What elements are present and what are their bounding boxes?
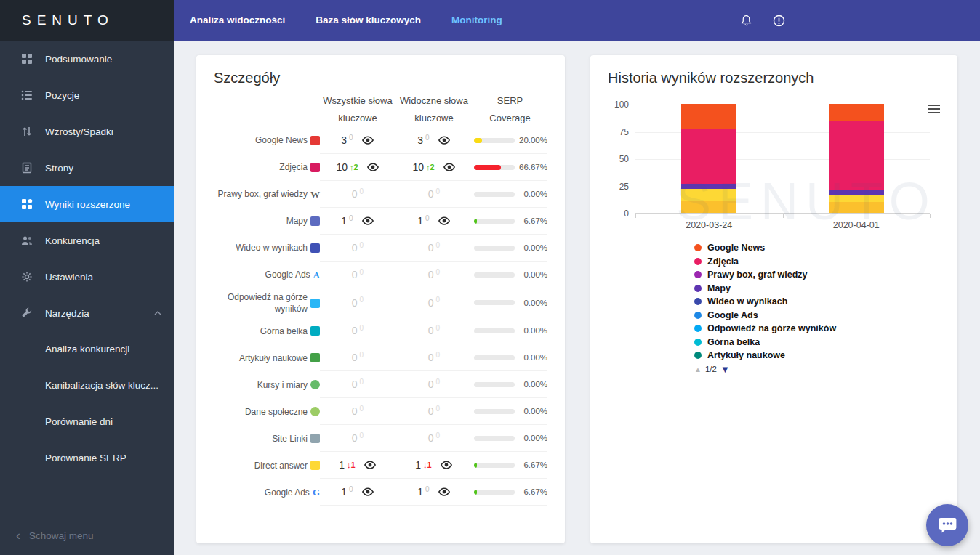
sidebar-item-strony[interactable]: Strony: [0, 150, 174, 186]
column-header-all-keywords: Wszystkie słowa kluczowe: [320, 92, 395, 127]
sidebar-subitem-kanibalizacja-s-w-klucz[interactable]: Kanibalizacja słów klucz...: [0, 368, 174, 404]
sidebar-item-podsumowanie[interactable]: Podsumowanie: [0, 41, 174, 77]
bell-icon[interactable]: [740, 14, 752, 27]
legend-item-zdj-cia[interactable]: Zdjęcia: [694, 255, 940, 269]
keyword-delta: 0: [349, 134, 353, 142]
keyword-delta: 0: [349, 485, 353, 493]
keyword-delta: 0: [425, 485, 430, 493]
cell-visible-keywords: 00: [395, 262, 473, 288]
legend-item-google-ads[interactable]: Google Ads: [694, 309, 940, 323]
chart-menu-icon[interactable]: [928, 105, 940, 113]
sidebar-item-konkurencja[interactable]: Konkurencja: [0, 222, 174, 259]
keyword-count: 0: [428, 405, 434, 417]
chart-bar-2020-03-24[interactable]: [681, 104, 736, 213]
serp-coverage-cell: 0.00%: [473, 425, 547, 452]
cell-all-keywords: 1↓1: [320, 452, 395, 479]
row-label-cell: Wideo w wynikach: [214, 235, 320, 262]
sidebar-item-wyniki-rozszerzone[interactable]: Wyniki rozszerzone: [0, 186, 174, 222]
legend-page-up-icon[interactable]: ▲: [694, 365, 702, 373]
legend-item-prawy-box-graf-wiedzy[interactable]: Prawy box, graf wiedzy: [694, 268, 940, 282]
keyword-count: 1: [339, 459, 345, 471]
collapse-menu-button[interactable]: ‹ Schowaj menu: [0, 516, 174, 555]
eye-icon[interactable]: [366, 163, 379, 171]
coverage-bar: [474, 328, 515, 333]
legend-item-odpowied-na-g-rze-wynik-w[interactable]: Odpowiedź na górze wyników: [694, 322, 940, 336]
logo-container[interactable]: SENUTO: [0, 0, 174, 41]
cell-visible-keywords: 30: [395, 127, 473, 154]
sidebar-subitem-por-wnanie-dni[interactable]: Porównanie dni: [0, 404, 174, 440]
details-table-header: Wszystkie słowa kluczowe Widoczne słowa …: [214, 92, 547, 127]
legend-item-g-rna-belka[interactable]: Górna belka: [694, 336, 940, 349]
coverage-bar: [474, 219, 515, 224]
eye-icon[interactable]: [440, 461, 453, 469]
sidebar-item-pozycje[interactable]: Pozycje: [0, 77, 174, 113]
keyword-delta: 0: [360, 378, 364, 386]
eye-icon[interactable]: [438, 136, 451, 145]
eye-icon[interactable]: [364, 461, 377, 469]
maps-icon: [310, 216, 320, 226]
coverage-percent: 0.00%: [523, 299, 547, 307]
eye-icon[interactable]: [361, 136, 374, 145]
topnav-item-analiza-widoczno-ci[interactable]: Analiza widoczności: [174, 0, 300, 41]
row-label-cell: Zdjęcia: [214, 154, 320, 181]
cell-all-keywords: 00: [320, 398, 395, 425]
sidebar-item-narz-dzia[interactable]: Narzędzia: [0, 295, 174, 331]
legend-item-artyku-y-naukowe[interactable]: Artykuły naukowe: [694, 349, 940, 362]
sidebar-subitem-por-wnanie-serp[interactable]: Porównanie SERP: [0, 440, 174, 477]
eye-icon[interactable]: [361, 216, 374, 225]
eye-icon[interactable]: [361, 487, 374, 496]
chat-widget-button[interactable]: [926, 504, 968, 546]
table-row: Artykuły naukowe00000.00%: [214, 344, 547, 371]
topnav-item-baza-s-w-kluczowych[interactable]: Baza słów kluczowych: [300, 0, 436, 41]
chevron-up-icon: [154, 311, 161, 315]
keyword-count: 0: [352, 325, 358, 336]
eye-icon[interactable]: [438, 487, 451, 496]
coverage-percent: 0.00%: [523, 407, 547, 416]
legend-page-down-icon[interactable]: ▼: [720, 364, 730, 375]
bar-segment-google-news: [829, 104, 884, 121]
coverage-percent: 0.00%: [523, 434, 547, 442]
cell-visible-keywords: 00: [395, 181, 473, 208]
coverage-percent: 0.00%: [523, 243, 547, 252]
eye-icon[interactable]: [438, 216, 451, 225]
settings-icon: [21, 271, 33, 283]
coverage-percent: 0.00%: [523, 190, 547, 198]
sidebar-item-wzrosty-spadki[interactable]: Wzrosty/Spadki: [0, 113, 174, 150]
row-label: Mapy: [286, 215, 308, 227]
keyword-count: 0: [428, 432, 434, 444]
info-icon[interactable]: [773, 15, 785, 27]
chart-bar-2020-04-01[interactable]: [829, 104, 884, 213]
eye-icon[interactable]: [443, 163, 456, 171]
coverage-bar: [474, 246, 515, 251]
row-label-cell: Mapy: [214, 208, 320, 235]
knowledge-graph-icon: W: [310, 190, 320, 199]
coverage-bar: [474, 436, 515, 441]
serp-coverage-cell: 66.67%: [473, 154, 547, 181]
coverage-bar: [474, 165, 515, 170]
dashboard-icon: [21, 53, 33, 65]
cell-all-keywords: 00: [320, 425, 395, 452]
sidebar-subitem-analiza-konkurencji[interactable]: Analiza konkurencji: [0, 331, 174, 368]
keyword-delta: 0: [425, 214, 430, 222]
y-axis-label: 100: [614, 100, 629, 110]
x-axis-tick: [635, 214, 636, 218]
coverage-percent: 20.00%: [519, 136, 547, 145]
bar-segment-google-ads-g: [829, 202, 884, 213]
keyword-count: 0: [352, 378, 358, 390]
keyword-count: 0: [352, 352, 358, 363]
top-bar: SENUTO Analiza widocznościBaza słów kluc…: [0, 0, 980, 41]
legend-item-mapy[interactable]: Mapy: [694, 282, 940, 296]
table-row: Google AdsG10106.67%: [214, 479, 547, 506]
topnav-item-monitoring[interactable]: Monitoring: [436, 0, 518, 41]
legend-item-wideo-w-wynikach[interactable]: Wideo w wynikach: [694, 295, 940, 309]
sidebar-item-ustawienia[interactable]: Ustawienia: [0, 259, 174, 295]
positions-icon: [21, 89, 33, 101]
bar-segment-google-news: [681, 104, 736, 129]
table-row: Site Linki00000.00%: [214, 425, 547, 452]
legend-item-google-news[interactable]: Google News: [694, 241, 940, 255]
row-label: Google News: [255, 134, 308, 146]
keyword-count: 0: [428, 242, 434, 254]
sidebar-item-label: Wzrosty/Spadki: [45, 126, 113, 137]
cell-all-keywords: 00: [320, 317, 395, 344]
row-label-cell: Google AdsA: [214, 262, 320, 288]
